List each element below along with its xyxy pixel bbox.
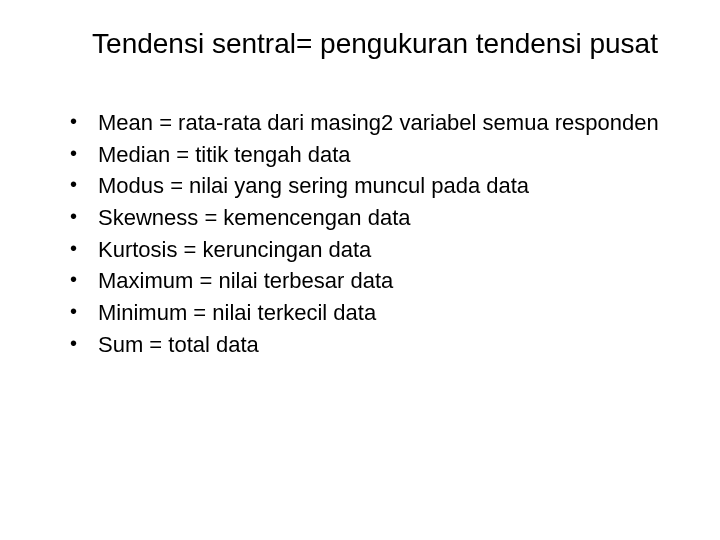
slide-title: Tendensi sentral= pengukuran tendensi pu… — [90, 28, 660, 60]
list-item: Kurtosis = keruncingan data — [68, 235, 680, 265]
list-item: Median = titik tengah data — [68, 140, 680, 170]
bullet-list: Mean = rata-rata dari masing2 variabel s… — [40, 108, 680, 360]
list-item: Sum = total data — [68, 330, 680, 360]
list-item: Skewness = kemencengan data — [68, 203, 680, 233]
list-item: Minimum = nilai terkecil data — [68, 298, 680, 328]
slide-container: Tendensi sentral= pengukuran tendensi pu… — [0, 0, 720, 540]
list-item: Maximum = nilai terbesar data — [68, 266, 680, 296]
list-item: Mean = rata-rata dari masing2 variabel s… — [68, 108, 680, 138]
list-item: Modus = nilai yang sering muncul pada da… — [68, 171, 680, 201]
